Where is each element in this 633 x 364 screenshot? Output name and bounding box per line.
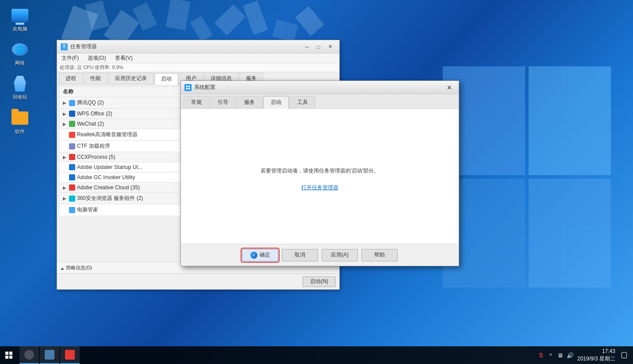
syscfg-tab-general[interactable]: 常规	[184, 96, 209, 108]
this-pc-label: 此电脑	[13, 26, 27, 32]
row-name-text: CTF 加载程序	[77, 142, 110, 150]
syscfg-window-controls: ✕	[444, 83, 455, 92]
tray-network-icon[interactable]: 🖥	[557, 352, 564, 359]
desktop-icon-software[interactable]: 软件	[4, 109, 35, 134]
tab-app-history[interactable]: 应用历史记录	[108, 73, 153, 84]
syscfg-cancel-btn[interactable]: 取消	[282, 249, 318, 261]
confirm-icon	[250, 252, 257, 259]
tray-wps-icon[interactable]: S	[537, 352, 545, 359]
menu-options[interactable]: 选项(O)	[86, 54, 107, 63]
expand-info-label: 简略信息(D)	[66, 264, 92, 271]
row-app-icon	[69, 154, 75, 160]
clock-date: 2019/9/3 星期二	[577, 355, 615, 363]
app1-icon	[65, 350, 75, 360]
row-app-icon	[69, 100, 75, 106]
svg-rect-0	[186, 85, 188, 87]
syscfg-icon	[184, 84, 192, 91]
syscfg-content: 若要管理启动项，请使用任务管理器的'启动'部分。 打开任务管理器	[181, 109, 459, 249]
syscfg-title-text: 系统配置	[194, 84, 444, 91]
row-name-text: 腾讯QQ (2)	[77, 99, 104, 107]
software-label: 软件	[15, 129, 25, 134]
windows-logo	[443, 66, 611, 287]
taskmanager-launch-btn[interactable]: 启动(N)	[303, 276, 336, 287]
row-name-text: CCXProcess (5)	[77, 154, 115, 160]
taskmanager-maximize-btn[interactable]: □	[313, 42, 324, 51]
row-name-text: WPS Office (2)	[77, 111, 112, 117]
row-app-icon	[69, 184, 75, 191]
action-center-btn[interactable]	[619, 346, 629, 364]
taskbar-right-area: S ^ 🖥 🔊 17:43 2019/9/3 星期二	[537, 346, 633, 364]
svg-rect-7	[9, 356, 12, 359]
this-pc-icon	[11, 7, 29, 24]
syscfg-confirm-btn[interactable]: 确定	[242, 249, 278, 261]
taskmanager-menubar: 文件(F) 选项(O) 查看(V)	[57, 54, 339, 63]
row-expand-arrow: ▶	[63, 122, 67, 126]
row-expand-arrow: ▶	[63, 196, 67, 201]
taskbar-app1-btn[interactable]	[60, 346, 80, 364]
row-name-text: Adobe Creative Cloud (35)	[77, 184, 140, 191]
expand-info-btn[interactable]: 简略信息(D)	[61, 264, 92, 271]
svg-rect-3	[188, 88, 190, 89]
syscfg-tab-tools[interactable]: 工具	[290, 96, 315, 108]
recycle-label: 回收站	[13, 94, 27, 100]
desktop-icon-this-pc[interactable]: 此电脑	[4, 7, 35, 32]
row-name-text: 360安全浏览器 服务组件 (2)	[77, 195, 143, 202]
syscfg-close-btn[interactable]: ✕	[444, 83, 455, 92]
row-name-text: Adobe Updater Startup Ut...	[77, 164, 142, 170]
taskbar-clock[interactable]: 17:43 2019/9/3 星期二	[577, 348, 615, 363]
action-center-icon	[621, 352, 627, 358]
syscfg-titlebar[interactable]: 系统配置 ✕	[181, 81, 459, 94]
svg-rect-5	[9, 352, 12, 355]
system-tray: S ^ 🖥 🔊	[537, 352, 574, 359]
syscfg-tabs: 常规 引导 服务 启动 工具	[181, 94, 459, 109]
taskbar-taskview-btn[interactable]	[40, 346, 59, 364]
taskbar-pinned-apps	[19, 346, 80, 364]
row-name-text: 电脑管家	[77, 206, 98, 214]
row-app-icon	[69, 121, 75, 127]
svg-rect-4	[5, 352, 8, 355]
row-expand-arrow: ▶	[63, 100, 67, 105]
row-app-icon	[69, 164, 75, 170]
open-taskmanager-link[interactable]: 打开任务管理器	[301, 184, 338, 192]
start-button[interactable]	[0, 346, 18, 364]
taskmanager-status-top: 处理器: 总 CPU 使用率: 0.9%	[57, 63, 339, 72]
taskmanager-icon: T	[61, 43, 68, 50]
tab-performance[interactable]: 性能	[84, 73, 107, 84]
search-icon	[24, 350, 34, 360]
taskmanager-titlebar[interactable]: T 任务管理器 ─ □ ✕	[57, 40, 339, 54]
menu-file[interactable]: 文件(F)	[60, 54, 81, 63]
tab-process[interactable]: 进程	[59, 73, 83, 84]
tray-show-hidden-btn[interactable]: ^	[547, 352, 554, 359]
syscfg-tab-services[interactable]: 服务	[237, 96, 262, 108]
desktop-icon-network[interactable]: 🌐 网络	[4, 41, 35, 66]
syscfg-tab-startup[interactable]: 启动	[263, 96, 289, 109]
clock-time: 17:43	[577, 348, 615, 355]
syscfg-message: 若要管理启动项，请使用任务管理器的'启动'部分。	[261, 167, 380, 175]
taskbar-search-btn[interactable]	[19, 346, 39, 364]
row-expand-arrow: ▶	[63, 111, 67, 116]
tray-volume-icon[interactable]: 🔊	[567, 352, 574, 359]
syscfg-help-btn[interactable]: 帮助	[361, 249, 398, 261]
row-name-text: Adobe GC Invoker Utility	[77, 174, 135, 180]
row-expand-arrow: ▶	[63, 155, 67, 160]
expand-arrow-icon	[61, 266, 64, 270]
syscfg-tab-boot[interactable]: 引导	[210, 96, 236, 108]
row-app-icon	[69, 132, 75, 138]
confirm-label: 确定	[260, 251, 270, 259]
desktop-icon-recycle[interactable]: 回收站	[4, 75, 35, 100]
taskmanager-minimize-btn[interactable]: ─	[301, 42, 313, 51]
syscfg-apply-btn[interactable]: 应用(A)	[322, 249, 358, 261]
svg-rect-2	[186, 88, 188, 89]
desktop: 此电脑 🌐 网络 回收站 软件 T 任务管理器 ─ □	[0, 0, 633, 364]
network-icon: 🌐	[11, 41, 29, 58]
row-name-text: WeChat (2)	[77, 121, 104, 127]
menu-view[interactable]: 查看(V)	[113, 54, 134, 63]
taskmanager-close-btn[interactable]: ✕	[324, 42, 336, 51]
windows-start-icon	[5, 352, 12, 359]
syscfg-button-bar: 确定 取消 应用(A) 帮助	[181, 244, 459, 266]
svg-rect-1	[188, 85, 190, 87]
tab-startup[interactable]: 启动	[154, 73, 178, 84]
desktop-icons-area: 此电脑 🌐 网络 回收站 软件	[0, 0, 40, 141]
network-label: 网络	[15, 60, 25, 66]
row-app-icon	[69, 207, 75, 213]
